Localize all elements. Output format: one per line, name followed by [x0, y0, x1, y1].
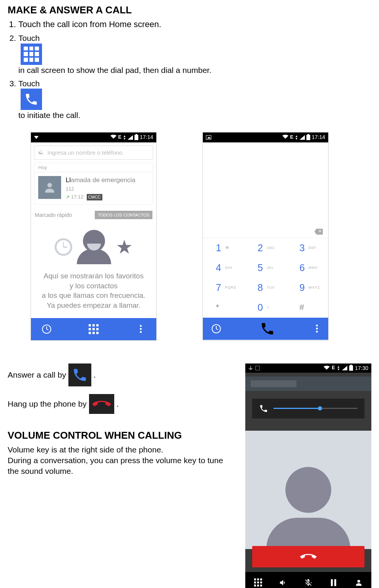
wifi-icon [110, 134, 117, 141]
dialpad-button[interactable] [62, 318, 125, 340]
screenshot-dialer: E ▲▼ 17:14 1👁 2ABC 3DEF 4GHI 5JKL 6MNO 7… [202, 132, 329, 341]
hangup-line: Hang up the phone by . [8, 394, 234, 414]
step-3: Touch to initiate the call. [18, 78, 371, 121]
dial-keypad: 1👁 2ABC 3DEF 4GHI 5JKL 6MNO 7PQRS 8TUV 9… [203, 238, 328, 318]
caller-avatar-large [245, 431, 371, 549]
add-call-button[interactable]: + [346, 572, 371, 588]
speaker-button[interactable] [270, 572, 296, 588]
recent-call-title: Llamada de emergencia [66, 176, 149, 184]
answer-call-line: Answer a call by . [8, 363, 234, 386]
step-2: Touch in call screen to show the dial pa… [18, 33, 371, 75]
svg-point-0 [47, 183, 52, 187]
mute-button[interactable] [296, 572, 321, 588]
network-type: E [118, 134, 121, 141]
signal-icon [342, 366, 347, 370]
key-7[interactable]: 7PQRS [203, 278, 245, 298]
clock-icon [55, 238, 72, 256]
key-star[interactable]: * [203, 298, 245, 318]
key-9[interactable]: 9WXYZ [287, 278, 328, 298]
key-4[interactable]: 4GHI [203, 258, 245, 278]
key-0[interactable]: 0+ [245, 298, 286, 318]
hold-button[interactable] [321, 572, 346, 588]
key-8[interactable]: 8TUV [245, 278, 286, 298]
network-type: E [332, 365, 335, 371]
status-bar: E ▲▼ 17:14 [203, 132, 328, 142]
key-1[interactable]: 1👁 [203, 238, 245, 258]
end-call-button[interactable] [252, 546, 364, 567]
step-1: Touch the call icon from Home screen. [18, 19, 371, 30]
call-button[interactable] [230, 318, 305, 340]
signal-icon [300, 135, 305, 140]
battery-icon [349, 365, 353, 371]
status-bar: E ▲▼ 17:14 [31, 132, 156, 142]
dialpad-icon [21, 44, 42, 65]
status-bar: E ▲▼ 17:30 [245, 363, 371, 373]
notification-icon [34, 136, 39, 139]
clock-text: 17:14 [140, 134, 153, 141]
today-label: Hoy [34, 163, 153, 172]
key-hash[interactable]: # [287, 298, 328, 318]
dialpad-button[interactable] [245, 572, 270, 588]
overflow-menu-button[interactable] [125, 318, 156, 340]
overflow-menu-button[interactable] [305, 318, 328, 340]
search-input[interactable]: Ingresa un nombre o teléfono. [34, 145, 153, 160]
call-icon [21, 89, 42, 110]
volume-overlay [252, 399, 364, 418]
history-button[interactable] [203, 318, 230, 340]
steps-list: Touch the call icon from Home screen. To… [8, 19, 371, 121]
key-2[interactable]: 2ABC [245, 238, 286, 258]
key-5[interactable]: 5JKL [245, 258, 286, 278]
recent-call-card[interactable]: Llamada de emergencia 112 ↗ 17:12 CMCC [34, 172, 153, 205]
image-notification-icon [206, 135, 211, 140]
carrier-badge: CMCC [87, 194, 102, 200]
battery-icon [306, 135, 310, 140]
download-icon [248, 366, 253, 370]
key-6[interactable]: 6MNO [287, 258, 328, 278]
volume-paragraph: Volume key is at the right side of the p… [8, 444, 234, 477]
section-heading-make-answer: MAKE & ANSWER A CALL [8, 4, 371, 17]
section-heading-volume: VOLUME CONTROL WHEN CALLING [8, 429, 234, 442]
volume-slider[interactable] [274, 408, 358, 409]
wifi-icon [282, 134, 288, 141]
outgoing-call-icon: ↗ [66, 194, 70, 200]
screenshot-in-call: E ▲▼ 17:30 [245, 363, 371, 588]
wifi-icon [324, 365, 330, 372]
screenshot-favorites: E ▲▼ 17:14 Ingresa un nombre o teléfono.… [31, 132, 157, 341]
clock-text: 17:14 [312, 134, 325, 141]
history-button[interactable] [31, 318, 62, 340]
battery-icon [134, 135, 138, 140]
app-icon [255, 366, 260, 370]
empty-favorites-graphic: ★ [35, 230, 152, 264]
hangup-icon [89, 394, 114, 414]
svg-point-1 [357, 580, 360, 582]
backspace-button[interactable] [314, 229, 323, 235]
network-type: E [290, 134, 293, 141]
clock-text: 17:30 [355, 365, 368, 372]
star-icon: ★ [116, 237, 133, 257]
answer-icon [68, 363, 91, 386]
key-3[interactable]: 3DEF [287, 238, 328, 258]
contact-avatar [38, 176, 61, 199]
caller-name-plate [245, 376, 371, 391]
signal-icon [128, 135, 133, 140]
tab-speed-dial[interactable]: Marcado rápido [35, 212, 72, 218]
empty-favorites-text: Aquí se mostrarán los favoritos y los co… [35, 271, 152, 310]
tab-all-contacts[interactable]: TODOS LOS CONTACTOS [95, 211, 152, 219]
phone-icon [259, 404, 268, 413]
